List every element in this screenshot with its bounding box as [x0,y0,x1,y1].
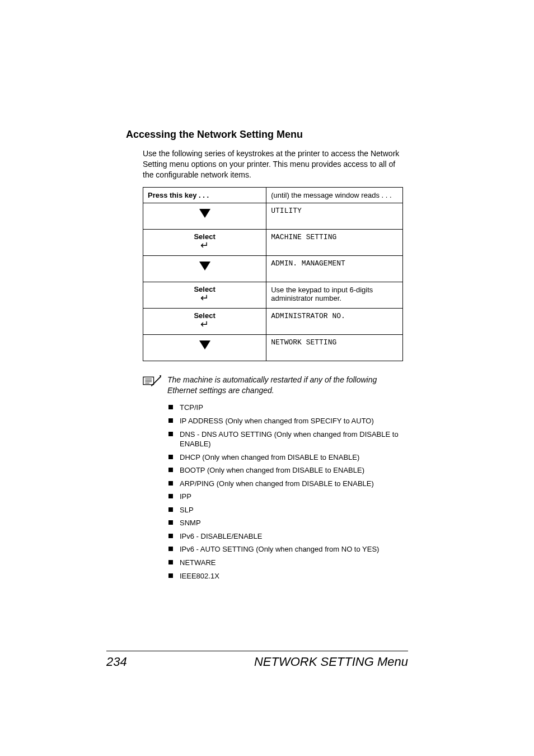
table-row: Select↵ADMINISTRATOR NO. [143,308,403,334]
page-content: Accessing the Network Setting Menu Use t… [126,129,406,582]
down-arrow-icon [198,259,212,272]
select-key-label: Select↵ [148,312,261,330]
return-icon: ↵ [148,293,261,303]
table-row: Select↵MACHINE SETTING [143,229,403,255]
down-arrow-icon [198,207,212,219]
footer-rule [106,651,408,651]
select-key-label: Select↵ [148,233,261,251]
table-header-row: Press this key . . . (until) the message… [143,187,403,203]
list-item: SLP [168,503,406,517]
list-item: IPP [168,490,406,503]
note-text: The machine is automatically restarted i… [167,375,406,396]
list-item: IEEE802.1X [168,570,406,583]
list-item: IPv6 - DISABLE/ENABLE [168,530,406,543]
table-row: Select↵Use the keypad to input 6-digits … [143,282,403,308]
down-arrow-key-icon [143,255,266,282]
note-icon [143,375,162,389]
svg-marker-1 [199,262,210,270]
list-item: IP ADDRESS (Only when changed from SPECI… [168,414,406,428]
list-item: DHCP (Only when changed from DISABLE to … [168,451,406,464]
svg-marker-2 [199,340,210,349]
down-arrow-key-icon [143,334,266,361]
page-footer: 234 NETWORK SETTING Menu [106,651,408,669]
intro-paragraph: Use the following series of keystrokes a… [143,148,406,180]
list-item: SNMP [168,516,406,530]
list-item: IPv6 - AUTO SETTING (Only when changed f… [168,543,406,556]
page-number: 234 [106,655,127,669]
table-row: UTILITY [143,203,403,229]
message-cell: ADMIN. MANAGEMENT [266,255,403,282]
message-cell: MACHINE SETTING [266,229,403,255]
select-key-icon: Select↵ [143,229,266,255]
note-block: The machine is automatically restarted i… [143,375,406,396]
select-key-icon: Select↵ [143,282,266,308]
section-heading: Accessing the Network Setting Menu [126,129,406,141]
down-arrow-key-icon [143,203,266,229]
table-row: NETWORK SETTING [143,334,403,361]
select-key-label: Select↵ [148,286,261,304]
return-icon: ↵ [148,319,261,329]
down-arrow-icon [198,338,212,351]
svg-marker-0 [199,209,210,218]
message-cell: NETWORK SETTING [266,334,403,361]
select-key-icon: Select↵ [143,308,266,334]
keystroke-table: Press this key . . . (until) the message… [143,187,403,361]
bullet-list: TCP/IPIP ADDRESS (Only when changed from… [168,401,406,582]
message-cell: Use the keypad to input 6-digits adminis… [266,282,403,308]
header-cell-msg: (until) the message window reads . . . [266,187,403,203]
list-item: NETWARE [168,556,406,570]
table-row: ADMIN. MANAGEMENT [143,255,403,282]
header-cell-key: Press this key . . . [143,187,266,203]
footer-title: NETWORK SETTING Menu [254,655,408,669]
list-item: BOOTP (Only when changed from DISABLE to… [168,464,406,477]
list-item: ARP/PING (Only when changed from DISABLE… [168,477,406,491]
list-item: DNS - DNS AUTO SETTING (Only when change… [168,428,406,451]
list-item: TCP/IP [168,401,406,414]
message-cell: ADMINISTRATOR NO. [266,308,403,334]
svg-rect-3 [143,377,154,385]
return-icon: ↵ [148,240,261,250]
message-cell: UTILITY [266,203,403,229]
